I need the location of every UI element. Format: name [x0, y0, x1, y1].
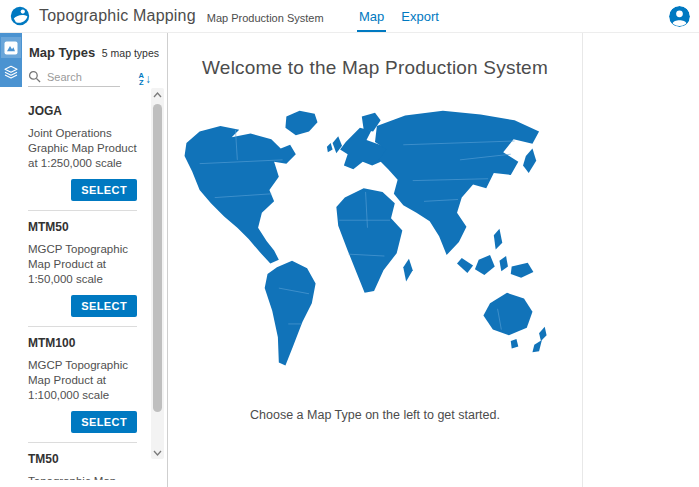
- app-window: Topographic Mapping Map Production Syste…: [0, 0, 699, 487]
- app-subtitle: Map Production System: [207, 12, 324, 24]
- right-empty-area: [583, 33, 699, 487]
- scroll-down-icon[interactable]: [151, 446, 164, 459]
- map-type-list-item: TM50Topographic Map Product at 1:50,000 …: [28, 442, 137, 480]
- search-row: AZ↓: [28, 70, 153, 87]
- map-type-name: JOGA: [28, 104, 137, 118]
- select-map-type-button[interactable]: SELECT: [71, 411, 137, 433]
- sidebar-scrollbar[interactable]: [151, 88, 164, 459]
- map-type-description: Topographic Map Product at 1:50,000 scal…: [28, 474, 137, 480]
- map-type-description: Joint Operations Graphic Map Product at …: [28, 126, 137, 171]
- search-icon: [28, 70, 41, 83]
- map-type-list-item: MTM100MGCP Topographic Map Product at 1:…: [28, 326, 137, 442]
- tab-map[interactable]: Map: [357, 0, 386, 32]
- select-button-row: SELECT: [28, 411, 137, 433]
- sort-alphabetical-icon[interactable]: AZ↓: [139, 72, 153, 86]
- user-avatar-icon[interactable]: [669, 6, 690, 27]
- tab-export[interactable]: Export: [399, 0, 441, 32]
- app-header: Topographic Mapping Map Production Syste…: [0, 0, 699, 33]
- layers-tool-icon[interactable]: [1, 61, 21, 82]
- search-input[interactable]: [47, 71, 117, 83]
- select-map-type-button[interactable]: SELECT: [71, 179, 137, 201]
- map-types-panel: Map Types 5 map types AZ↓ JO: [0, 33, 168, 487]
- widget-action-bar: [0, 33, 22, 87]
- map-type-list: JOGAJoint Operations Graphic Map Product…: [0, 95, 167, 480]
- topographic-mapping-logo-icon: [10, 6, 30, 26]
- select-button-row: SELECT: [28, 295, 137, 317]
- map-type-list-item: JOGAJoint Operations Graphic Map Product…: [28, 95, 137, 210]
- map-type-description: MGCP Topographic Map Product at 1:50,000…: [28, 242, 137, 287]
- select-map-type-button[interactable]: SELECT: [71, 295, 137, 317]
- instruction-text: Choose a Map Type on the left to get sta…: [250, 408, 500, 422]
- map-types-count: 5 map types: [102, 47, 159, 59]
- world-map-graphic: [177, 107, 573, 390]
- header-tabs: Map Export: [357, 0, 441, 32]
- content-area: Map Types 5 map types AZ↓ JO: [0, 33, 699, 487]
- map-type-name: MTM50: [28, 220, 137, 234]
- search-box: [28, 70, 120, 87]
- map-type-description: MGCP Topographic Map Product at 1:100,00…: [28, 358, 137, 403]
- panel-title: Map Types: [29, 45, 95, 60]
- welcome-title: Welcome to the Map Production System: [202, 57, 548, 79]
- select-button-row: SELECT: [28, 179, 137, 201]
- map-types-tool-icon[interactable]: [1, 37, 21, 58]
- scroll-up-icon[interactable]: [151, 88, 164, 101]
- welcome-panel: Welcome to the Map Production System: [168, 33, 583, 487]
- panel-header: Map Types 5 map types: [29, 45, 159, 60]
- map-type-name: TM50: [28, 452, 137, 466]
- app-title: Topographic Mapping: [39, 7, 196, 25]
- map-type-list-item: MTM50MGCP Topographic Map Product at 1:5…: [28, 210, 137, 326]
- map-type-name: MTM100: [28, 336, 137, 350]
- scrollbar-thumb[interactable]: [153, 104, 162, 412]
